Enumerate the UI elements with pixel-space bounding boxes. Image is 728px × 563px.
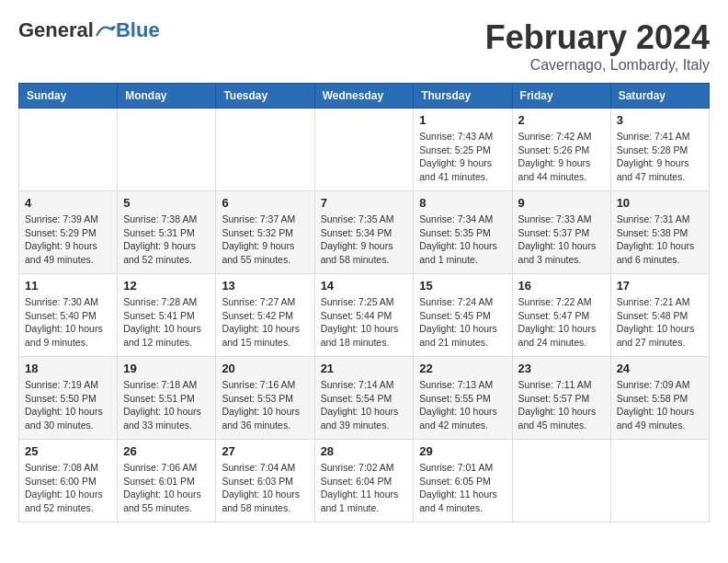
day-info: Sunrise: 7:22 AM Sunset: 5:47 PM Dayligh… <box>518 295 605 350</box>
day-number: 25 <box>25 444 111 458</box>
day-info: Sunrise: 7:27 AM Sunset: 5:42 PM Dayligh… <box>222 295 308 350</box>
calendar-cell: 9Sunrise: 7:33 AM Sunset: 5:37 PM Daylig… <box>512 191 610 274</box>
calendar-cell: 11Sunrise: 7:30 AM Sunset: 5:40 PM Dayli… <box>19 274 118 357</box>
calendar-cell: 15Sunrise: 7:24 AM Sunset: 5:45 PM Dayli… <box>414 274 512 357</box>
calendar-cell: 3Sunrise: 7:41 AM Sunset: 5:28 PM Daylig… <box>610 109 709 191</box>
calendar-cell: 6Sunrise: 7:37 AM Sunset: 5:32 PM Daylig… <box>216 191 314 274</box>
calendar-header-monday: Monday <box>118 84 216 109</box>
day-number: 21 <box>321 362 408 375</box>
day-number: 28 <box>321 444 408 458</box>
day-info: Sunrise: 7:08 AM Sunset: 6:00 PM Dayligh… <box>25 461 111 515</box>
day-number: 9 <box>518 196 605 210</box>
calendar-cell: 7Sunrise: 7:35 AM Sunset: 5:34 PM Daylig… <box>314 191 414 274</box>
calendar-cell: 10Sunrise: 7:31 AM Sunset: 5:38 PM Dayli… <box>610 191 709 274</box>
day-number: 2 <box>518 113 605 127</box>
logo: General Blue <box>18 18 160 42</box>
day-info: Sunrise: 7:34 AM Sunset: 5:35 PM Dayligh… <box>419 213 506 267</box>
day-info: Sunrise: 7:18 AM Sunset: 5:51 PM Dayligh… <box>123 378 210 432</box>
day-number: 19 <box>123 362 210 375</box>
day-info: Sunrise: 7:14 AM Sunset: 5:54 PM Dayligh… <box>321 378 408 432</box>
day-info: Sunrise: 7:21 AM Sunset: 5:48 PM Dayligh… <box>617 295 703 350</box>
calendar-header-thursday: Thursday <box>414 84 512 109</box>
day-number: 14 <box>321 279 408 293</box>
day-info: Sunrise: 7:39 AM Sunset: 5:29 PM Dayligh… <box>25 213 111 267</box>
day-info: Sunrise: 7:11 AM Sunset: 5:57 PM Dayligh… <box>518 378 605 432</box>
calendar-header-sunday: Sunday <box>19 84 118 109</box>
calendar-week-row: 11Sunrise: 7:30 AM Sunset: 5:40 PM Dayli… <box>19 274 710 357</box>
day-info: Sunrise: 7:02 AM Sunset: 6:04 PM Dayligh… <box>321 461 408 515</box>
day-info: Sunrise: 7:09 AM Sunset: 5:58 PM Dayligh… <box>617 378 703 432</box>
day-number: 13 <box>222 279 308 293</box>
day-number: 15 <box>419 279 506 293</box>
calendar-cell: 2Sunrise: 7:42 AM Sunset: 5:26 PM Daylig… <box>512 109 610 191</box>
calendar-cell: 5Sunrise: 7:38 AM Sunset: 5:31 PM Daylig… <box>118 191 216 274</box>
day-info: Sunrise: 7:19 AM Sunset: 5:50 PM Dayligh… <box>25 378 111 432</box>
day-number: 10 <box>617 196 703 210</box>
calendar-week-row: 25Sunrise: 7:08 AM Sunset: 6:00 PM Dayli… <box>19 440 710 523</box>
calendar-cell: 19Sunrise: 7:18 AM Sunset: 5:51 PM Dayli… <box>118 357 216 440</box>
calendar-cell: 1Sunrise: 7:43 AM Sunset: 5:25 PM Daylig… <box>414 109 512 191</box>
day-number: 7 <box>321 196 408 210</box>
day-number: 26 <box>123 444 210 458</box>
calendar-cell <box>314 109 414 191</box>
calendar-cell <box>512 440 610 523</box>
day-info: Sunrise: 7:28 AM Sunset: 5:41 PM Dayligh… <box>123 295 210 350</box>
calendar-cell <box>610 440 709 523</box>
day-number: 22 <box>419 362 506 375</box>
day-info: Sunrise: 7:37 AM Sunset: 5:32 PM Dayligh… <box>222 213 308 267</box>
day-number: 17 <box>617 279 703 293</box>
calendar-cell: 17Sunrise: 7:21 AM Sunset: 5:48 PM Dayli… <box>610 274 709 357</box>
day-number: 11 <box>25 279 111 293</box>
calendar-cell: 25Sunrise: 7:08 AM Sunset: 6:00 PM Dayli… <box>19 440 118 523</box>
day-info: Sunrise: 7:24 AM Sunset: 5:45 PM Dayligh… <box>419 295 506 350</box>
calendar-cell: 13Sunrise: 7:27 AM Sunset: 5:42 PM Dayli… <box>216 274 314 357</box>
calendar-header-row: SundayMondayTuesdayWednesdayThursdayFrid… <box>19 84 710 109</box>
day-number: 6 <box>222 196 308 210</box>
day-info: Sunrise: 7:33 AM Sunset: 5:37 PM Dayligh… <box>518 213 605 267</box>
day-info: Sunrise: 7:41 AM Sunset: 5:28 PM Dayligh… <box>617 130 703 184</box>
calendar-cell: 29Sunrise: 7:01 AM Sunset: 6:05 PM Dayli… <box>414 440 512 523</box>
calendar-cell: 14Sunrise: 7:25 AM Sunset: 5:44 PM Dayli… <box>314 274 414 357</box>
day-number: 4 <box>25 196 111 210</box>
month-title: February 2024 <box>485 18 710 57</box>
day-number: 20 <box>222 362 308 375</box>
logo-blue-text: Blue <box>116 18 160 42</box>
day-info: Sunrise: 7:16 AM Sunset: 5:53 PM Dayligh… <box>222 378 308 432</box>
day-info: Sunrise: 7:43 AM Sunset: 5:25 PM Dayligh… <box>419 130 506 184</box>
calendar-cell: 20Sunrise: 7:16 AM Sunset: 5:53 PM Dayli… <box>216 357 314 440</box>
day-info: Sunrise: 7:25 AM Sunset: 5:44 PM Dayligh… <box>321 295 408 350</box>
day-number: 1 <box>419 113 506 127</box>
calendar-cell: 12Sunrise: 7:28 AM Sunset: 5:41 PM Dayli… <box>118 274 216 357</box>
calendar-cell: 22Sunrise: 7:13 AM Sunset: 5:55 PM Dayli… <box>414 357 512 440</box>
calendar-header-saturday: Saturday <box>610 84 709 109</box>
calendar-cell: 16Sunrise: 7:22 AM Sunset: 5:47 PM Dayli… <box>512 274 610 357</box>
day-info: Sunrise: 7:04 AM Sunset: 6:03 PM Dayligh… <box>222 461 308 515</box>
day-number: 12 <box>123 279 210 293</box>
calendar-cell <box>216 109 314 191</box>
calendar-week-row: 1Sunrise: 7:43 AM Sunset: 5:25 PM Daylig… <box>19 109 710 191</box>
day-info: Sunrise: 7:31 AM Sunset: 5:38 PM Dayligh… <box>617 213 703 267</box>
calendar-cell: 21Sunrise: 7:14 AM Sunset: 5:54 PM Dayli… <box>314 357 414 440</box>
day-number: 3 <box>617 113 703 127</box>
calendar-cell: 27Sunrise: 7:04 AM Sunset: 6:03 PM Dayli… <box>216 440 314 523</box>
header: General Blue February 2024 Cavernago, Lo… <box>18 18 710 74</box>
day-number: 18 <box>25 362 111 375</box>
calendar-cell <box>19 109 118 191</box>
calendar-header-friday: Friday <box>512 84 610 109</box>
day-info: Sunrise: 7:42 AM Sunset: 5:26 PM Dayligh… <box>518 130 605 184</box>
day-number: 29 <box>419 444 506 458</box>
calendar-header-tuesday: Tuesday <box>216 84 314 109</box>
calendar-cell: 28Sunrise: 7:02 AM Sunset: 6:04 PM Dayli… <box>314 440 414 523</box>
calendar-cell: 4Sunrise: 7:39 AM Sunset: 5:29 PM Daylig… <box>19 191 118 274</box>
day-info: Sunrise: 7:06 AM Sunset: 6:01 PM Dayligh… <box>123 461 210 515</box>
day-info: Sunrise: 7:38 AM Sunset: 5:31 PM Dayligh… <box>123 213 210 267</box>
day-number: 8 <box>419 196 506 210</box>
day-number: 24 <box>617 362 703 375</box>
calendar-cell: 24Sunrise: 7:09 AM Sunset: 5:58 PM Dayli… <box>610 357 709 440</box>
day-info: Sunrise: 7:35 AM Sunset: 5:34 PM Dayligh… <box>321 213 408 267</box>
day-info: Sunrise: 7:01 AM Sunset: 6:05 PM Dayligh… <box>419 461 506 515</box>
calendar-table: SundayMondayTuesdayWednesdayThursdayFrid… <box>18 83 710 523</box>
day-number: 27 <box>222 444 308 458</box>
day-number: 16 <box>518 279 605 293</box>
calendar-cell <box>118 109 216 191</box>
